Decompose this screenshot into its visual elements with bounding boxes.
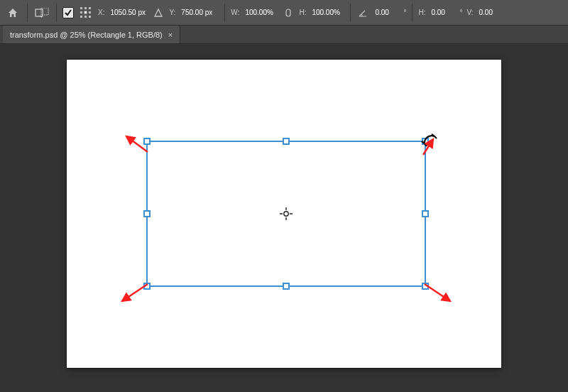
- y-label: Y:: [169, 9, 175, 16]
- relative-positioning-button[interactable]: [152, 6, 165, 19]
- rotate-angle-button[interactable]: [356, 6, 369, 19]
- constrain-proportions-button[interactable]: [282, 6, 295, 19]
- svg-rect-4: [89, 7, 91, 9]
- annotation-arrow-bottom-right: [422, 281, 453, 304]
- degree-label-1: °: [403, 9, 406, 16]
- degree-label-2: °: [459, 9, 462, 16]
- options-bar: X: Y: W: H: ° H: ° V:: [0, 0, 568, 26]
- reference-point-icon: [80, 6, 92, 19]
- workspace: [0, 44, 568, 392]
- document-tab[interactable]: transform.psd @ 25% (Rectangle 1, RGB/8)…: [3, 26, 180, 43]
- separator: [27, 4, 28, 22]
- svg-line-13: [423, 139, 433, 155]
- y-position-input[interactable]: [180, 7, 219, 18]
- canvas[interactable]: [67, 60, 501, 368]
- svg-rect-9: [89, 16, 91, 18]
- x-position-input[interactable]: [109, 7, 148, 18]
- check-icon: [64, 9, 72, 17]
- rotate-angle-icon: [358, 8, 368, 18]
- transform-handle-top[interactable]: [283, 138, 290, 145]
- rotate-angle-input[interactable]: [373, 7, 399, 18]
- svg-rect-6: [89, 11, 91, 13]
- center-point-icon: [280, 207, 293, 220]
- transform-bounding-box[interactable]: [146, 141, 426, 287]
- width-scale-input[interactable]: [244, 7, 278, 18]
- svg-rect-10: [84, 11, 87, 13]
- transform-handle-left[interactable]: [143, 210, 151, 217]
- svg-rect-2: [80, 7, 82, 9]
- svg-line-14: [122, 284, 148, 301]
- cancel-transform-icon: [35, 8, 49, 18]
- svg-rect-8: [84, 16, 87, 18]
- home-button[interactable]: [4, 4, 21, 21]
- separator: [350, 4, 351, 22]
- x-label: X:: [98, 9, 104, 16]
- transform-handle-bottom[interactable]: [283, 283, 290, 290]
- transform-center-point[interactable]: [280, 207, 293, 220]
- skew-v-label: V:: [466, 9, 473, 16]
- separator: [412, 4, 413, 22]
- height-scale-input[interactable]: [310, 7, 344, 18]
- separator: [224, 4, 225, 22]
- svg-rect-5: [80, 11, 82, 13]
- svg-rect-7: [80, 16, 82, 18]
- svg-rect-3: [84, 7, 87, 9]
- annotation-arrow-top-right: [420, 136, 442, 158]
- svg-line-12: [126, 136, 148, 152]
- h-label: H:: [299, 9, 306, 16]
- document-tab-title: transform.psd @ 25% (Rectangle 1, RGB/8): [10, 31, 163, 39]
- skew-vertical-input[interactable]: [477, 7, 503, 18]
- svg-line-15: [425, 284, 450, 301]
- skew-h-label: H:: [418, 9, 425, 16]
- toggle-reference-point-checkbox[interactable]: [62, 7, 74, 18]
- constrain-proportions-icon: [284, 7, 293, 18]
- reference-point-locator[interactable]: [78, 5, 94, 21]
- skew-horizontal-input[interactable]: [430, 7, 455, 18]
- annotation-arrow-bottom-left: [119, 281, 151, 304]
- document-tab-strip: transform.psd @ 25% (Rectangle 1, RGB/8)…: [0, 26, 568, 44]
- home-icon: [7, 7, 18, 18]
- cancel-transform-button[interactable]: [33, 4, 50, 21]
- separator: [56, 4, 57, 22]
- close-tab-button[interactable]: ×: [168, 31, 173, 39]
- relative-positioning-icon: [153, 8, 163, 18]
- transform-handle-right[interactable]: [422, 210, 429, 217]
- annotation-arrow-top-left: [124, 134, 151, 155]
- svg-point-11: [284, 212, 288, 216]
- w-label: W:: [231, 9, 239, 16]
